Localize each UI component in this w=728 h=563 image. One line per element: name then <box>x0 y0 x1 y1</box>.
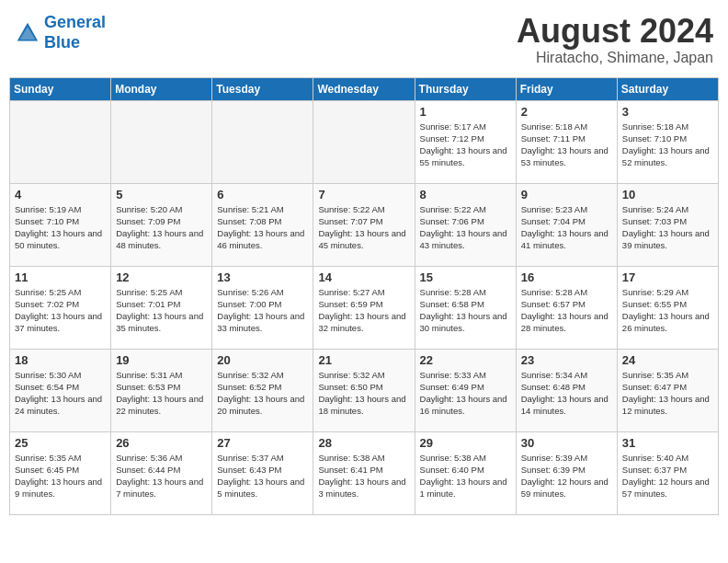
day-number: 24 <box>622 353 713 367</box>
logo: General Blue <box>15 13 106 52</box>
day-info: Sunrise: 5:28 AMSunset: 6:58 PMDaylight:… <box>420 286 511 335</box>
day-cell: 23Sunrise: 5:34 AMSunset: 6:48 PMDayligh… <box>516 349 617 431</box>
header-sunday: Sunday <box>10 77 111 100</box>
location: Hiratacho, Shimane, Japan <box>517 50 713 66</box>
day-cell: 9Sunrise: 5:23 AMSunset: 7:04 PMDaylight… <box>516 183 617 266</box>
day-info: Sunrise: 5:32 AMSunset: 6:50 PMDaylight:… <box>318 369 409 418</box>
header-monday: Monday <box>111 77 212 100</box>
day-number: 27 <box>217 436 308 450</box>
day-cell: 29Sunrise: 5:38 AMSunset: 6:40 PMDayligh… <box>415 431 516 514</box>
day-info: Sunrise: 5:40 AMSunset: 6:37 PMDaylight:… <box>622 452 713 500</box>
day-number: 16 <box>521 270 612 284</box>
month-year: August 2024 <box>517 13 713 50</box>
day-cell: 27Sunrise: 5:37 AMSunset: 6:43 PMDayligh… <box>212 431 313 514</box>
day-info: Sunrise: 5:39 AMSunset: 6:39 PMDaylight:… <box>521 452 612 500</box>
day-number: 18 <box>15 353 106 367</box>
week-row-3: 11Sunrise: 5:25 AMSunset: 7:02 PMDayligh… <box>10 266 719 349</box>
day-info: Sunrise: 5:22 AMSunset: 7:07 PMDaylight:… <box>318 203 409 252</box>
day-cell: 4Sunrise: 5:19 AMSunset: 7:10 PMDaylight… <box>10 183 111 266</box>
week-row-2: 4Sunrise: 5:19 AMSunset: 7:10 PMDaylight… <box>10 183 719 266</box>
day-cell: 22Sunrise: 5:33 AMSunset: 6:49 PMDayligh… <box>415 349 516 431</box>
day-info: Sunrise: 5:25 AMSunset: 7:01 PMDaylight:… <box>116 286 207 335</box>
day-cell: 6Sunrise: 5:21 AMSunset: 7:08 PMDaylight… <box>212 183 313 266</box>
header-wednesday: Wednesday <box>313 77 415 100</box>
day-cell: 15Sunrise: 5:28 AMSunset: 6:58 PMDayligh… <box>415 266 516 349</box>
day-cell: 20Sunrise: 5:32 AMSunset: 6:52 PMDayligh… <box>212 349 313 431</box>
day-number: 3 <box>622 105 713 119</box>
day-number: 25 <box>15 436 106 450</box>
day-info: Sunrise: 5:37 AMSunset: 6:43 PMDaylight:… <box>217 452 308 500</box>
header-saturday: Saturday <box>617 77 718 100</box>
day-info: Sunrise: 5:30 AMSunset: 6:54 PMDaylight:… <box>15 369 106 418</box>
day-info: Sunrise: 5:25 AMSunset: 7:02 PMDaylight:… <box>15 286 106 335</box>
day-cell <box>111 100 212 183</box>
day-number: 7 <box>318 188 409 201</box>
week-row-1: 1Sunrise: 5:17 AMSunset: 7:12 PMDaylight… <box>10 100 719 183</box>
week-row-4: 18Sunrise: 5:30 AMSunset: 6:54 PMDayligh… <box>10 349 719 431</box>
day-info: Sunrise: 5:28 AMSunset: 6:57 PMDaylight:… <box>521 286 612 335</box>
day-cell: 24Sunrise: 5:35 AMSunset: 6:47 PMDayligh… <box>617 349 718 431</box>
day-number: 29 <box>420 436 511 450</box>
header-tuesday: Tuesday <box>212 77 313 100</box>
day-number: 2 <box>521 105 612 119</box>
day-number: 9 <box>521 188 612 201</box>
day-cell: 28Sunrise: 5:38 AMSunset: 6:41 PMDayligh… <box>313 431 415 514</box>
day-cell: 18Sunrise: 5:30 AMSunset: 6:54 PMDayligh… <box>10 349 111 431</box>
day-cell: 12Sunrise: 5:25 AMSunset: 7:01 PMDayligh… <box>111 266 212 349</box>
day-info: Sunrise: 5:27 AMSunset: 6:59 PMDaylight:… <box>318 286 409 335</box>
day-number: 14 <box>318 270 409 284</box>
day-cell: 26Sunrise: 5:36 AMSunset: 6:44 PMDayligh… <box>111 431 212 514</box>
day-info: Sunrise: 5:31 AMSunset: 6:53 PMDaylight:… <box>116 369 207 418</box>
day-info: Sunrise: 5:38 AMSunset: 6:41 PMDaylight:… <box>318 452 409 500</box>
calendar-table: SundayMondayTuesdayWednesdayThursdayFrid… <box>9 77 719 515</box>
title-block: August 2024 Hiratacho, Shimane, Japan <box>517 13 713 66</box>
day-info: Sunrise: 5:22 AMSunset: 7:06 PMDaylight:… <box>420 203 511 252</box>
logo-text: General Blue <box>44 13 106 52</box>
calendar-header-row: SundayMondayTuesdayWednesdayThursdayFrid… <box>10 77 719 100</box>
day-number: 4 <box>15 188 106 201</box>
day-number: 1 <box>420 105 511 119</box>
day-cell: 7Sunrise: 5:22 AMSunset: 7:07 PMDaylight… <box>313 183 415 266</box>
header-friday: Friday <box>516 77 617 100</box>
day-number: 28 <box>318 436 409 450</box>
page-header: General Blue August 2024 Hiratacho, Shim… <box>9 9 719 70</box>
day-number: 30 <box>521 436 612 450</box>
day-info: Sunrise: 5:21 AMSunset: 7:08 PMDaylight:… <box>217 203 308 252</box>
day-cell: 11Sunrise: 5:25 AMSunset: 7:02 PMDayligh… <box>10 266 111 349</box>
day-cell: 5Sunrise: 5:20 AMSunset: 7:09 PMDaylight… <box>111 183 212 266</box>
day-cell: 25Sunrise: 5:35 AMSunset: 6:45 PMDayligh… <box>10 431 111 514</box>
day-number: 23 <box>521 353 612 367</box>
day-cell: 3Sunrise: 5:18 AMSunset: 7:10 PMDaylight… <box>617 100 718 183</box>
logo-line1: General <box>44 13 106 31</box>
day-info: Sunrise: 5:35 AMSunset: 6:45 PMDaylight:… <box>15 452 106 500</box>
day-cell <box>10 100 111 183</box>
day-cell: 19Sunrise: 5:31 AMSunset: 6:53 PMDayligh… <box>111 349 212 431</box>
day-info: Sunrise: 5:24 AMSunset: 7:03 PMDaylight:… <box>622 203 713 252</box>
day-info: Sunrise: 5:23 AMSunset: 7:04 PMDaylight:… <box>521 203 612 252</box>
day-info: Sunrise: 5:18 AMSunset: 7:11 PMDaylight:… <box>521 121 612 169</box>
day-number: 10 <box>622 188 713 201</box>
day-info: Sunrise: 5:36 AMSunset: 6:44 PMDaylight:… <box>116 452 207 500</box>
week-row-5: 25Sunrise: 5:35 AMSunset: 6:45 PMDayligh… <box>10 431 719 514</box>
day-cell <box>212 100 313 183</box>
day-number: 15 <box>420 270 511 284</box>
day-number: 26 <box>116 436 207 450</box>
day-number: 6 <box>217 188 308 201</box>
day-info: Sunrise: 5:35 AMSunset: 6:47 PMDaylight:… <box>622 369 713 418</box>
day-number: 5 <box>116 188 207 201</box>
day-info: Sunrise: 5:17 AMSunset: 7:12 PMDaylight:… <box>420 121 511 169</box>
day-number: 22 <box>420 353 511 367</box>
day-info: Sunrise: 5:18 AMSunset: 7:10 PMDaylight:… <box>622 121 713 169</box>
day-number: 31 <box>622 436 713 450</box>
day-cell: 8Sunrise: 5:22 AMSunset: 7:06 PMDaylight… <box>415 183 516 266</box>
day-info: Sunrise: 5:29 AMSunset: 6:55 PMDaylight:… <box>622 286 713 335</box>
day-cell: 31Sunrise: 5:40 AMSunset: 6:37 PMDayligh… <box>617 431 718 514</box>
day-cell: 17Sunrise: 5:29 AMSunset: 6:55 PMDayligh… <box>617 266 718 349</box>
logo-icon <box>15 20 40 46</box>
header-thursday: Thursday <box>415 77 516 100</box>
day-number: 21 <box>318 353 409 367</box>
day-cell: 30Sunrise: 5:39 AMSunset: 6:39 PMDayligh… <box>516 431 617 514</box>
day-info: Sunrise: 5:26 AMSunset: 7:00 PMDaylight:… <box>217 286 308 335</box>
day-cell: 10Sunrise: 5:24 AMSunset: 7:03 PMDayligh… <box>617 183 718 266</box>
day-cell: 1Sunrise: 5:17 AMSunset: 7:12 PMDaylight… <box>415 100 516 183</box>
